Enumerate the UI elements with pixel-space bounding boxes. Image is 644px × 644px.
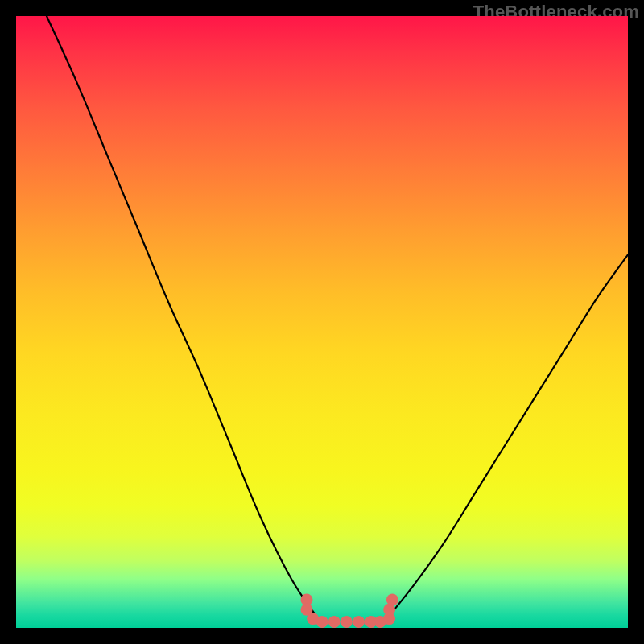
chart-frame: TheBottleneck.com (0, 0, 644, 644)
curve-left-curve (47, 16, 316, 616)
curve-right-curve (390, 254, 628, 615)
minimum-dot (386, 594, 398, 606)
minimum-dot (341, 616, 353, 628)
chart-svg (16, 16, 628, 628)
minimum-dot (328, 616, 341, 628)
minimum-dot (353, 616, 365, 628)
minimum-dot (316, 616, 328, 628)
plot-area (16, 16, 628, 628)
line-series-group (47, 16, 628, 616)
minimum-marker-group (301, 594, 398, 628)
